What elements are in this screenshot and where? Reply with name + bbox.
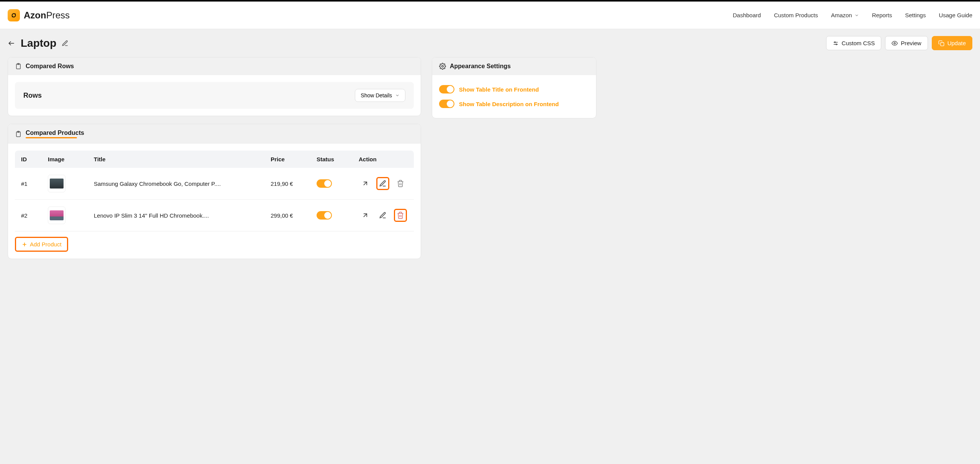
open-external-icon[interactable]: [359, 177, 372, 190]
svg-point-5: [836, 44, 837, 45]
logo-icon: [8, 9, 20, 21]
page-title: Laptop: [21, 37, 56, 49]
nav-usage-guide[interactable]: Usage Guide: [939, 12, 972, 18]
add-product-button[interactable]: Add Product: [15, 237, 68, 252]
nav-amazon[interactable]: Amazon: [831, 12, 859, 18]
show-title-label: Show Table Title on Frontend: [459, 86, 539, 93]
col-title: Title: [88, 151, 265, 168]
brand-name: AzonPress: [24, 10, 70, 21]
header-underline: [26, 137, 77, 138]
clipboard-icon: [15, 131, 22, 138]
status-toggle[interactable]: [317, 211, 332, 220]
col-image: Image: [42, 151, 88, 168]
top-header: AzonPress Dashboard Custom Products Amaz…: [0, 2, 980, 29]
show-description-toggle[interactable]: [439, 100, 454, 108]
svg-point-4: [834, 42, 835, 43]
row-id: #1: [15, 168, 42, 200]
open-external-icon[interactable]: [359, 209, 372, 222]
preview-button[interactable]: Preview: [885, 36, 928, 50]
brand-logo[interactable]: AzonPress: [8, 9, 70, 21]
compared-rows-header: Compared Rows: [26, 63, 74, 70]
edit-icon[interactable]: [376, 209, 389, 222]
nav-reports[interactable]: Reports: [872, 12, 892, 18]
row-price: 219,90 €: [265, 168, 310, 200]
copy-icon: [938, 40, 944, 46]
custom-css-button[interactable]: Custom CSS: [826, 36, 882, 50]
edit-icon[interactable]: [376, 177, 389, 190]
products-table: ID Image Title Price Status Action #1: [15, 151, 414, 231]
eye-icon: [892, 40, 898, 46]
show-details-button[interactable]: Show Details: [355, 89, 405, 102]
product-thumbnail: [48, 207, 65, 224]
edit-title-icon[interactable]: [62, 40, 69, 47]
appearance-settings-card: Appearance Settings Show Table Title on …: [432, 57, 596, 118]
col-status: Status: [310, 151, 353, 168]
row-id: #2: [15, 200, 42, 231]
gear-icon: [439, 63, 446, 70]
col-price: Price: [265, 151, 310, 168]
svg-point-6: [894, 43, 895, 44]
nav-dashboard[interactable]: Dashboard: [733, 12, 761, 18]
appearance-header: Appearance Settings: [450, 63, 511, 70]
table-row: #2 Lenovo IP Slim 3 14'' Full HD Chromeb…: [15, 200, 414, 231]
plus-icon: [21, 241, 28, 248]
row-price: 299,00 €: [265, 200, 310, 231]
status-toggle[interactable]: [317, 179, 332, 188]
nav-settings[interactable]: Settings: [905, 12, 926, 18]
show-title-toggle[interactable]: [439, 85, 454, 93]
show-description-label: Show Table Description on Frontend: [459, 101, 559, 107]
sliders-icon: [833, 40, 839, 46]
top-nav: Dashboard Custom Products Amazon Reports…: [733, 12, 972, 18]
product-thumbnail: [48, 175, 65, 192]
col-id: ID: [15, 151, 42, 168]
svg-rect-7: [941, 43, 944, 46]
svg-point-14: [442, 66, 444, 67]
trash-icon[interactable]: [394, 177, 407, 190]
row-title: Lenovo IP Slim 3 14'' Full HD Chromebook…: [88, 200, 265, 231]
back-arrow-icon[interactable]: [8, 39, 15, 47]
compared-products-header: Compared Products: [26, 130, 84, 136]
trash-icon[interactable]: [394, 209, 407, 222]
col-action: Action: [353, 151, 414, 168]
row-title: Samsung Galaxy Chromebook Go, Computer P…: [88, 168, 265, 200]
compared-products-card: Compared Products ID Image Title Price: [8, 124, 421, 259]
update-button[interactable]: Update: [932, 36, 972, 50]
table-row: #1 Samsung Galaxy Chromebook Go, Compute…: [15, 168, 414, 200]
nav-custom-products[interactable]: Custom Products: [774, 12, 818, 18]
rows-label: Rows: [23, 92, 42, 100]
compared-rows-card: Compared Rows Rows Show Details: [8, 57, 421, 116]
clipboard-icon: [15, 63, 22, 70]
chevron-down-icon: [395, 93, 400, 98]
chevron-down-icon: [854, 13, 859, 18]
